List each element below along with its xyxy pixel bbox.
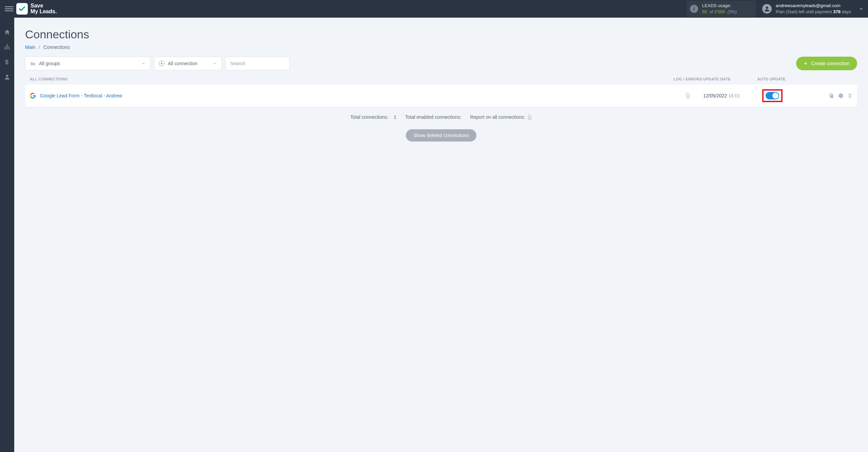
total-connections: Total connections: 1 <box>350 114 396 120</box>
sidebar-item-billing[interactable]: $ <box>0 57 14 67</box>
sidebar: $ <box>0 18 14 452</box>
leads-usage-label: LEADS usage: <box>702 3 737 9</box>
log-cell <box>673 93 703 99</box>
folder-icon <box>30 61 36 66</box>
connection-status-dropdown[interactable]: All connection <box>154 57 222 70</box>
play-circle-icon <box>159 61 164 66</box>
logo[interactable]: Save My Leads. <box>16 3 57 15</box>
highlight-annotation <box>762 89 783 102</box>
svg-rect-4 <box>8 48 9 49</box>
svg-point-0 <box>766 6 768 9</box>
logo-icon <box>16 3 28 15</box>
update-date-cell: 12/05/202216:01 <box>703 93 757 98</box>
sidebar-item-connections[interactable] <box>0 42 14 52</box>
connection-status-label: All connection <box>168 61 197 66</box>
sidebar-item-account[interactable] <box>0 72 14 82</box>
breadcrumb-main-link[interactable]: Main <box>25 44 35 50</box>
log-icon[interactable] <box>685 93 691 99</box>
svg-point-6 <box>6 75 8 77</box>
plus-icon <box>804 61 808 65</box>
leads-usage-value: 55 of 2'000 (3%) <box>702 9 737 15</box>
col-log: LOG / ERRORS <box>673 77 703 81</box>
app-root: Save My Leads. i LEADS usage: 55 of 2'00… <box>0 0 868 452</box>
delete-icon[interactable] <box>848 93 852 98</box>
main-content: Connections Main / Connections All group… <box>14 18 868 452</box>
search-input[interactable] <box>230 61 284 66</box>
user-info: andrewsavemyleads@gmail.com Plan |Start|… <box>776 3 851 15</box>
create-connection-label: Create connection <box>811 61 850 66</box>
chevron-down-icon <box>141 61 145 65</box>
list-header: ALL CONNECTIONS LOG / ERRORS UPDATE DATE… <box>25 77 857 84</box>
info-icon: i <box>690 5 698 13</box>
auto-update-toggle[interactable] <box>766 92 779 99</box>
sidebar-item-home[interactable] <box>0 27 14 37</box>
connection-name-cell: Google Lead Form - Textlocal - Andrew <box>30 93 673 99</box>
user-plan: Plan |Start| left until payment 378 days <box>776 9 851 15</box>
page-title: Connections <box>25 28 857 41</box>
create-connection-button[interactable]: Create connection <box>796 57 857 70</box>
summary-row: Total connections: 1 Total enabled conne… <box>25 114 857 120</box>
avatar-icon <box>762 4 772 14</box>
copy-icon[interactable] <box>829 93 834 98</box>
user-menu-chevron[interactable] <box>854 6 868 11</box>
svg-rect-7 <box>830 95 833 98</box>
enabled-connections: Total enabled connections: <box>405 114 461 120</box>
report-icon[interactable] <box>527 114 532 120</box>
col-name: ALL CONNECTIONS <box>30 77 673 81</box>
groups-dropdown[interactable]: All groups <box>25 57 151 70</box>
svg-rect-3 <box>6 48 7 49</box>
show-deleted-button[interactable]: Show deleted connections <box>406 129 476 142</box>
topbar: Save My Leads. i LEADS usage: 55 of 2'00… <box>0 0 868 18</box>
svg-rect-1 <box>6 44 7 45</box>
connection-name-link[interactable]: Google Lead Form - Textlocal - Andrew <box>40 93 122 98</box>
svg-text:$: $ <box>5 59 8 65</box>
user-email: andrewsavemyleads@gmail.com <box>776 3 851 9</box>
table-row: Google Lead Form - Textlocal - Andrew 12… <box>25 84 857 107</box>
svg-rect-2 <box>5 48 6 49</box>
settings-icon[interactable] <box>838 93 844 98</box>
breadcrumb: Main / Connections <box>25 44 857 50</box>
report-connections: Report on all connections: <box>470 114 532 120</box>
col-update: UPDATE DATE <box>703 77 757 81</box>
row-actions <box>808 93 852 98</box>
show-deleted-wrap: Show deleted connections <box>25 129 857 142</box>
chevron-down-icon <box>213 61 217 65</box>
filter-row: All groups All connection <box>25 57 857 70</box>
groups-dropdown-label: All groups <box>39 61 60 66</box>
connections-list: Google Lead Form - Textlocal - Andrew 12… <box>25 84 857 107</box>
search-box[interactable] <box>225 57 290 70</box>
logo-text: Save My Leads. <box>31 3 57 15</box>
google-icon <box>30 93 36 99</box>
menu-toggle-button[interactable] <box>5 4 14 13</box>
breadcrumb-current: Connections <box>43 44 70 50</box>
auto-update-cell <box>757 89 808 102</box>
col-auto: AUTO UPDATE <box>757 77 808 81</box>
body: $ Connections Main / Connections <box>0 18 868 452</box>
leads-usage-box: i LEADS usage: 55 of 2'000 (3%) <box>687 1 756 17</box>
user-menu[interactable]: andrewsavemyleads@gmail.com Plan |Start|… <box>762 3 854 15</box>
